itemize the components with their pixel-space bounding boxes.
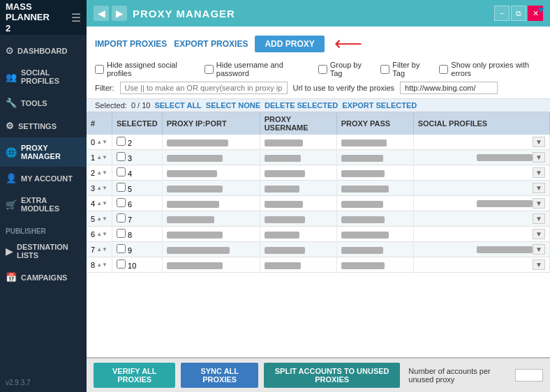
row-profiles-cell[interactable]: ▼ xyxy=(413,242,549,257)
show-errors-checkbox-label[interactable]: Show only proxies with errors xyxy=(439,61,542,77)
row-pass-cell[interactable] xyxy=(336,181,413,196)
sidebar-item-extra-modules[interactable]: 🛒EXTRA MODULES xyxy=(0,190,87,219)
row-spinner[interactable]: ▲▼ xyxy=(96,247,107,252)
hide-credentials-checkbox-label[interactable]: Hide username and password xyxy=(205,61,309,77)
profiles-dropdown-arrow[interactable]: ▼ xyxy=(533,167,545,178)
sidebar-item-social-profiles[interactable]: 👥SOCIAL PROFILES xyxy=(0,62,87,91)
filter-input[interactable] xyxy=(120,82,288,94)
row-checkbox[interactable] xyxy=(117,244,126,253)
row-pass-cell[interactable] xyxy=(336,135,413,150)
row-username-cell[interactable] xyxy=(260,135,336,150)
sidebar-item-destination-lists[interactable]: ▶DESTINATION LISTS xyxy=(0,236,87,266)
row-selected-cell[interactable]: 6 xyxy=(112,196,162,211)
sidebar-item-campaigns[interactable]: 📅CAMPAIGNS xyxy=(0,266,87,289)
row-selected-cell[interactable]: 7 xyxy=(112,211,162,227)
row-pass-cell[interactable] xyxy=(336,165,413,181)
row-selected-cell[interactable]: 2 xyxy=(112,135,162,150)
row-checkbox[interactable] xyxy=(117,167,126,176)
sidebar-item-proxy-manager[interactable]: 🌐PROXY MANAGER xyxy=(0,137,87,167)
group-by-tag-checkbox-label[interactable]: Group by Tag xyxy=(318,61,371,77)
group-by-tag-checkbox[interactable] xyxy=(318,65,327,74)
row-ip-cell[interactable] xyxy=(162,257,260,273)
row-selected-cell[interactable]: 9 xyxy=(112,242,162,257)
restore-button[interactable]: ⧉ xyxy=(511,6,526,21)
row-selected-cell[interactable]: 4 xyxy=(112,165,162,181)
row-checkbox[interactable] xyxy=(117,183,126,192)
back-button[interactable]: ◀ xyxy=(94,6,109,21)
row-username-cell[interactable] xyxy=(260,242,336,257)
row-spinner[interactable]: ▲▼ xyxy=(96,232,107,237)
row-pass-cell[interactable] xyxy=(336,257,413,273)
row-profiles-cell[interactable]: ▼ xyxy=(413,227,549,242)
row-profiles-cell[interactable]: ▼ xyxy=(413,181,549,196)
show-errors-checkbox[interactable] xyxy=(439,65,448,74)
select-none-button[interactable]: SELECT NONE xyxy=(206,101,260,110)
row-spinner[interactable]: ▲▼ xyxy=(96,216,107,222)
row-spinner[interactable]: ▲▼ xyxy=(96,201,107,206)
delete-selected-button[interactable]: DELETE SELECTED xyxy=(265,101,338,110)
sidebar-item-tools[interactable]: 🔧TOOLS xyxy=(0,91,87,114)
row-selected-cell[interactable]: 3 xyxy=(112,150,162,165)
row-username-cell[interactable] xyxy=(260,150,336,165)
row-ip-cell[interactable] xyxy=(162,150,260,165)
row-pass-cell[interactable] xyxy=(336,196,413,211)
row-checkbox[interactable] xyxy=(117,152,126,161)
hide-assigned-checkbox[interactable] xyxy=(95,65,104,74)
row-spinner[interactable]: ▲▼ xyxy=(96,155,107,160)
add-proxy-button[interactable]: ADD PROXY xyxy=(255,36,324,52)
sidebar-item-settings[interactable]: ⚙SETTINGS xyxy=(0,114,87,137)
sync-all-button[interactable]: SYNC ALL PROXIES xyxy=(181,363,258,388)
row-ip-cell[interactable] xyxy=(162,165,260,181)
row-checkbox[interactable] xyxy=(117,137,126,146)
filter-by-tag-checkbox-label[interactable]: Filter by Tag xyxy=(380,61,429,77)
row-pass-cell[interactable] xyxy=(336,211,413,227)
row-checkbox[interactable] xyxy=(117,213,126,223)
row-username-cell[interactable] xyxy=(260,181,336,196)
row-ip-cell[interactable] xyxy=(162,135,260,150)
filter-by-tag-checkbox[interactable] xyxy=(380,65,389,74)
accounts-per-proxy-input[interactable] xyxy=(515,369,543,382)
profiles-dropdown-arrow[interactable]: ▼ xyxy=(533,152,545,163)
hide-assigned-checkbox-label[interactable]: Hide assigned social profiles xyxy=(95,61,195,77)
row-pass-cell[interactable] xyxy=(336,227,413,242)
row-ip-cell[interactable] xyxy=(162,196,260,211)
minimize-button[interactable]: − xyxy=(494,6,510,21)
export-selected-button[interactable]: EXPORT SELECTED xyxy=(342,101,417,110)
row-pass-cell[interactable] xyxy=(336,150,413,165)
import-proxies-button[interactable]: IMPORT PROXIES xyxy=(95,39,167,49)
verify-url-input[interactable] xyxy=(400,82,498,94)
row-username-cell[interactable] xyxy=(260,165,336,181)
row-profiles-cell[interactable]: ▼ xyxy=(413,165,549,181)
row-profiles-cell[interactable]: ▼ xyxy=(413,150,549,165)
row-username-cell[interactable] xyxy=(260,196,336,211)
hamburger-icon[interactable]: ☰ xyxy=(71,11,81,24)
row-profiles-cell[interactable]: ▼ xyxy=(413,257,549,273)
row-username-cell[interactable] xyxy=(260,227,336,242)
row-ip-cell[interactable] xyxy=(162,227,260,242)
profiles-dropdown-arrow[interactable]: ▼ xyxy=(533,198,545,209)
split-accounts-button[interactable]: SPLIT ACCOUNTS TO UNUSED PROXIES xyxy=(264,363,400,388)
row-ip-cell[interactable] xyxy=(162,242,260,257)
row-selected-cell[interactable]: 5 xyxy=(112,181,162,196)
row-pass-cell[interactable] xyxy=(336,242,413,257)
row-spinner[interactable]: ▲▼ xyxy=(96,140,107,145)
row-username-cell[interactable] xyxy=(260,211,336,227)
row-checkbox[interactable] xyxy=(117,229,126,238)
export-proxies-button[interactable]: EXPORT PROXIES xyxy=(174,39,248,49)
row-checkbox[interactable] xyxy=(117,198,126,207)
profiles-dropdown-arrow[interactable]: ▼ xyxy=(533,259,545,270)
profiles-dropdown-arrow[interactable]: ▼ xyxy=(533,213,545,224)
row-selected-cell[interactable]: 8 xyxy=(112,227,162,242)
profiles-dropdown-arrow[interactable]: ▼ xyxy=(533,244,545,255)
row-profiles-cell[interactable]: ▼ xyxy=(413,211,549,227)
row-spinner[interactable]: ▲▼ xyxy=(96,170,107,176)
hide-credentials-checkbox[interactable] xyxy=(205,65,214,74)
select-all-button[interactable]: SELECT ALL xyxy=(154,101,201,110)
row-profiles-cell[interactable]: ▼ xyxy=(413,135,549,150)
row-checkbox[interactable] xyxy=(117,259,126,269)
row-ip-cell[interactable] xyxy=(162,211,260,227)
profiles-dropdown-arrow[interactable]: ▼ xyxy=(533,229,545,239)
sidebar-item-dashboard[interactable]: ⊙DASHBOARD xyxy=(0,39,87,62)
profiles-dropdown-arrow[interactable]: ▼ xyxy=(533,137,545,147)
row-profiles-cell[interactable]: ▼ xyxy=(413,196,549,211)
